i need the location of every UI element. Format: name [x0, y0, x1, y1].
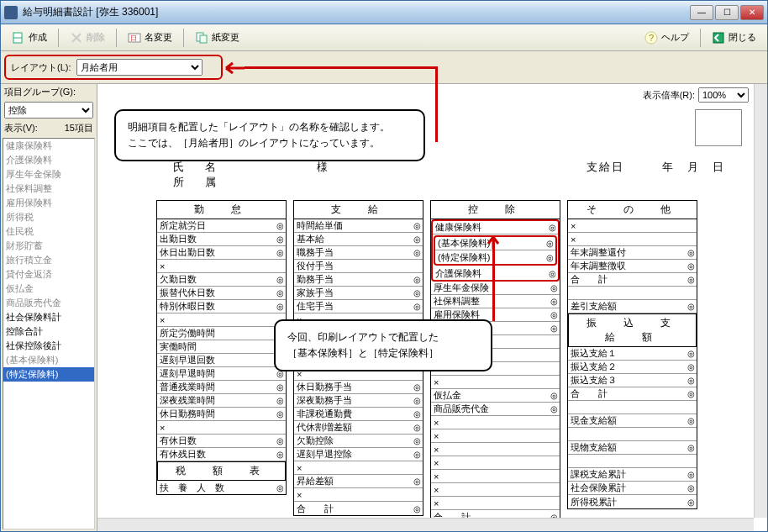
slip-row[interactable]: 合 計◎: [568, 273, 697, 287]
slip-row[interactable]: 深夜勤務手当◎: [294, 394, 423, 408]
slip-row[interactable]: 扶 養 人 数◎: [157, 481, 286, 494]
close-button[interactable]: 閉じる: [706, 29, 762, 47]
slip-row[interactable]: 厚生年金保険◎: [431, 282, 560, 295]
help-button[interactable]: ? ヘルプ: [639, 29, 695, 47]
horizontal-scrollbar[interactable]: [97, 518, 754, 531]
slip-row[interactable]: ×: [294, 488, 423, 502]
slip-row[interactable]: 仮払金◎: [431, 389, 560, 403]
slip-row[interactable]: 休日勤務時間◎: [157, 408, 286, 421]
slip-row[interactable]: 振替代休日数◎: [157, 287, 286, 300]
slip-row[interactable]: 振込支給１◎: [568, 347, 697, 361]
slip-row[interactable]: 合 計◎: [294, 502, 423, 515]
list-item[interactable]: 雇用保険料: [3, 196, 94, 210]
slip-row[interactable]: 時間給単価◎: [294, 219, 423, 233]
list-item[interactable]: 介護保険料: [3, 153, 94, 167]
window-close-button[interactable]: ✕: [740, 5, 764, 20]
slip-row[interactable]: 遅刻早退時間◎: [157, 367, 286, 381]
list-item[interactable]: 所得税: [3, 210, 94, 224]
slip-row[interactable]: 実働時間◎: [157, 340, 286, 354]
slip-row[interactable]: 有休日数◎: [157, 435, 286, 448]
slip-row[interactable]: 現物支給額◎: [568, 441, 697, 455]
slip-row[interactable]: 家族手当◎: [294, 287, 423, 300]
list-item[interactable]: 社保控除後計: [3, 339, 94, 353]
paper-button[interactable]: 紙変更: [189, 29, 245, 47]
slip-row[interactable]: 基本給◎: [294, 233, 423, 246]
slip-row[interactable]: ×: [157, 260, 286, 273]
list-item[interactable]: 貸付金返済: [3, 267, 94, 282]
slip-row[interactable]: 所得税累計◎: [568, 495, 697, 508]
slip-row[interactable]: 出勤日数◎: [157, 233, 286, 246]
slip-row[interactable]: 差引支給額◎: [568, 300, 697, 313]
slip-row[interactable]: 社保料調整◎: [431, 295, 560, 308]
layout-select[interactable]: 月給者用: [76, 59, 203, 76]
list-item[interactable]: 健康保険料: [3, 139, 94, 153]
list-item[interactable]: 住民税: [3, 224, 94, 239]
slip-row[interactable]: 現金支給額◎: [568, 414, 697, 428]
slip-row[interactable]: 特別休暇日数◎: [157, 300, 286, 313]
slip-row[interactable]: [568, 287, 697, 300]
rename-button[interactable]: 日 名変更: [122, 29, 178, 47]
slip-row[interactable]: ×: [568, 233, 697, 246]
itemgroup-select[interactable]: 控除: [4, 102, 93, 119]
slip-row[interactable]: 振込支給２◎: [568, 361, 697, 374]
list-item[interactable]: 厚生年金保険: [3, 167, 94, 182]
slip-row[interactable]: 合 計◎: [568, 387, 697, 401]
slip-row[interactable]: ×: [157, 313, 286, 327]
slip-row[interactable]: 住宅手当◎: [294, 300, 423, 313]
slip-row[interactable]: ×: [157, 421, 286, 435]
slip-row[interactable]: 商品販売代金◎: [431, 403, 560, 416]
slip-row[interactable]: ×: [431, 376, 560, 389]
list-item[interactable]: 社保料調整: [3, 182, 94, 196]
slip-row[interactable]: ×: [431, 470, 560, 483]
slip-row[interactable]: 所定就労日◎: [157, 219, 286, 233]
slip-row[interactable]: ×: [431, 456, 560, 470]
slip-row[interactable]: [568, 428, 697, 441]
slip-row[interactable]: 所定労働時間◎: [157, 327, 286, 340]
list-item[interactable]: 社会保険料計: [3, 310, 94, 324]
slip-row[interactable]: [568, 455, 697, 468]
slip-row[interactable]: ×: [431, 483, 560, 497]
list-item[interactable]: 仮払金: [3, 282, 94, 296]
slip-row[interactable]: ×: [431, 429, 560, 443]
slip-row[interactable]: ×: [431, 497, 560, 510]
create-button[interactable]: 作成: [6, 29, 53, 47]
slip-row[interactable]: ×: [294, 461, 423, 475]
zoom-select[interactable]: 100%: [698, 87, 749, 103]
minimize-button[interactable]: —: [690, 5, 713, 20]
slip-row[interactable]: 振込支給３◎: [568, 374, 697, 387]
slip-row[interactable]: 普通残業時間◎: [157, 381, 286, 394]
slip-row[interactable]: 職務手当◎: [294, 246, 423, 260]
slip-row[interactable]: 有休残日数◎: [157, 448, 286, 461]
list-item[interactable]: 商品販売代金: [3, 296, 94, 310]
slip-row[interactable]: 遅刻早退回数◎: [157, 354, 286, 367]
slip-row[interactable]: 欠勤日数◎: [157, 273, 286, 287]
slip-row[interactable]: 課税支給累計◎: [568, 468, 697, 482]
slip-row[interactable]: 勤務手当◎: [294, 273, 423, 287]
slip-row[interactable]: 介護保険料◎: [433, 266, 558, 280]
slip-row[interactable]: 年末調整徴収◎: [568, 260, 697, 273]
slip-row[interactable]: 代休割増差額◎: [294, 421, 423, 435]
slip-row[interactable]: ×: [431, 443, 560, 456]
list-item[interactable]: 旅行積立金: [3, 253, 94, 267]
slip-row[interactable]: 昇給差額◎: [294, 475, 423, 488]
maximize-button[interactable]: ☐: [715, 5, 739, 20]
slip-row[interactable]: 非課税通勤費◎: [294, 408, 423, 421]
slip-row[interactable]: 社会保険累計◎: [568, 482, 697, 495]
list-item[interactable]: 控除合計: [3, 324, 94, 339]
slip-row[interactable]: 遅刻早退控除◎: [294, 448, 423, 461]
slip-row[interactable]: [568, 401, 697, 414]
slip-row[interactable]: 役付手当: [294, 260, 423, 273]
vertical-scrollbar[interactable]: [754, 84, 767, 518]
item-list[interactable]: 健康保険料介護保険料厚生年金保険社保料調整雇用保険料所得税住民税財形貯蓄旅行積立…: [3, 138, 95, 529]
delete-button[interactable]: 削除: [64, 29, 111, 47]
slip-row[interactable]: ×: [568, 219, 697, 233]
slip-row[interactable]: 健康保険料◎: [433, 221, 558, 234]
slip-row[interactable]: 年末調整還付◎: [568, 246, 697, 260]
slip-row[interactable]: 深夜残業時間◎: [157, 394, 286, 408]
list-item[interactable]: (基本保険料): [3, 353, 94, 367]
slip-row[interactable]: ×: [431, 416, 560, 429]
slip-row[interactable]: 休日出勤日数◎: [157, 246, 286, 260]
slip-row[interactable]: (特定保険料)◎: [435, 250, 555, 264]
slip-row[interactable]: 欠勤控除◎: [294, 435, 423, 448]
list-item[interactable]: 財形貯蓄: [3, 239, 94, 253]
